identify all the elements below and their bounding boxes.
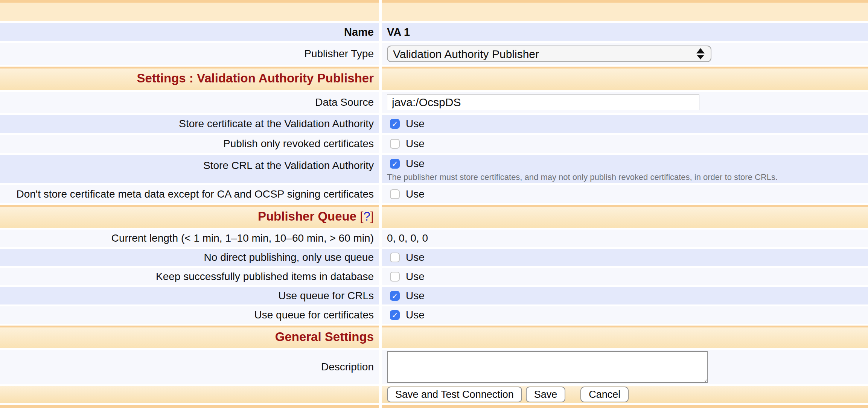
description-label: Description	[321, 361, 374, 373]
general-settings-header-row: General Settings	[0, 326, 868, 348]
use-label: Use	[406, 158, 425, 170]
queue-certificates-row: Use queue for certificates ✓ Use	[0, 306, 868, 324]
data-source-input[interactable]	[387, 94, 699, 110]
description-row: Description	[0, 350, 868, 384]
store-certificate-row: Store certificate at the Validation Auth…	[0, 115, 868, 133]
dont-store-meta-row: Don't store certificate meta data except…	[0, 185, 868, 203]
use-label: Use	[406, 118, 425, 130]
bottom-band-left	[0, 405, 379, 408]
store-crl-note: The publisher must store certificates, a…	[387, 172, 778, 182]
bottom-band-right	[382, 405, 868, 408]
use-label: Use	[406, 290, 425, 302]
general-settings-header-right	[382, 326, 868, 348]
buttons-row: Save and Test Connection Save Cancel	[0, 386, 868, 403]
checkmark-icon: ✓	[391, 160, 398, 168]
publisher-queue-title: Publisher Queue [?]	[258, 210, 374, 223]
publisher-type-select[interactable]: Validation Authority Publisher	[387, 46, 711, 62]
save-and-test-connection-button[interactable]: Save and Test Connection	[387, 387, 522, 402]
name-row: Name VA 1	[0, 23, 868, 41]
top-band-row	[0, 0, 868, 21]
publish-revoked-row: Publish only revoked certificates ✓ Use	[0, 135, 868, 153]
store-certificate-label: Store certificate at the Validation Auth…	[179, 117, 374, 130]
no-direct-publishing-checkbox[interactable]: ✓	[390, 253, 400, 262]
dont-store-meta-label: Don't store certificate meta data except…	[16, 188, 374, 201]
store-crl-row: Store CRL at the Validation Authority ✓ …	[0, 155, 868, 183]
name-value: VA 1	[387, 26, 410, 38]
queue-crls-label: Use queue for CRLs	[278, 289, 374, 302]
use-label: Use	[406, 138, 425, 150]
keep-published-checkbox[interactable]: ✓	[390, 272, 400, 282]
queue-certificates-checkbox[interactable]: ✓	[390, 310, 400, 320]
buttons-band-left	[0, 386, 379, 403]
keep-published-label: Keep successfully published items in dat…	[156, 270, 374, 283]
dont-store-meta-checkbox[interactable]: ✓	[390, 189, 400, 199]
cancel-button[interactable]: Cancel	[580, 387, 629, 402]
publish-revoked-label: Publish only revoked certificates	[223, 137, 374, 150]
current-length-row: Current length (< 1 min, 1–10 min, 10–60…	[0, 230, 868, 247]
publish-revoked-checkbox[interactable]: ✓	[390, 139, 400, 149]
use-label: Use	[406, 309, 425, 321]
description-textarea[interactable]	[387, 351, 708, 383]
data-source-row: Data Source	[0, 92, 868, 113]
store-certificate-checkbox[interactable]: ✓	[390, 119, 400, 129]
keep-published-row: Keep successfully published items in dat…	[0, 268, 868, 285]
publisher-type-row: Publisher Type Validation Authority Publ…	[0, 43, 868, 65]
queue-crls-checkbox[interactable]: ✓	[390, 291, 400, 301]
help-bracket-close: ]	[370, 209, 374, 223]
top-band-right	[382, 0, 868, 21]
checkmark-icon: ✓	[391, 311, 398, 319]
queue-crls-row: Use queue for CRLs ✓ Use	[0, 287, 868, 304]
bottom-band-row	[0, 405, 868, 408]
no-direct-publishing-row: No direct publishing, only use queue ✓ U…	[0, 249, 868, 266]
current-length-label: Current length (< 1 min, 1–10 min, 10–60…	[111, 232, 374, 245]
store-crl-checkbox[interactable]: ✓	[390, 159, 400, 169]
checkmark-icon: ✓	[391, 120, 398, 128]
use-label: Use	[406, 271, 425, 283]
name-label: Name	[344, 26, 374, 38]
publisher-type-label: Publisher Type	[304, 47, 374, 60]
current-length-value: 0, 0, 0, 0	[387, 232, 428, 244]
data-source-label: Data Source	[315, 96, 374, 109]
checkmark-icon: ✓	[391, 292, 398, 300]
queue-certificates-label: Use queue for certificates	[254, 309, 374, 321]
publisher-queue-header-right	[382, 205, 868, 228]
publisher-type-select-wrap: Validation Authority Publisher	[387, 46, 711, 62]
store-crl-label: Store CRL at the Validation Authority	[203, 159, 374, 172]
publisher-queue-header-row: Publisher Queue [?]	[0, 205, 868, 228]
save-button[interactable]: Save	[526, 387, 566, 402]
use-label: Use	[406, 251, 425, 263]
use-label: Use	[406, 188, 425, 200]
settings-section-title: Settings : Validation Authority Publishe…	[137, 72, 374, 85]
publisher-queue-help-link[interactable]: ?	[363, 209, 370, 223]
settings-section-header-right	[382, 67, 868, 90]
general-settings-title: General Settings	[275, 330, 374, 344]
no-direct-publishing-label: No direct publishing, only use queue	[204, 251, 374, 264]
top-band-left	[0, 0, 379, 21]
edit-publisher-form: Name VA 1 Publisher Type Validation Auth…	[0, 0, 868, 408]
settings-section-header-row: Settings : Validation Authority Publishe…	[0, 67, 868, 90]
publisher-queue-title-text: Publisher Queue	[258, 209, 356, 223]
